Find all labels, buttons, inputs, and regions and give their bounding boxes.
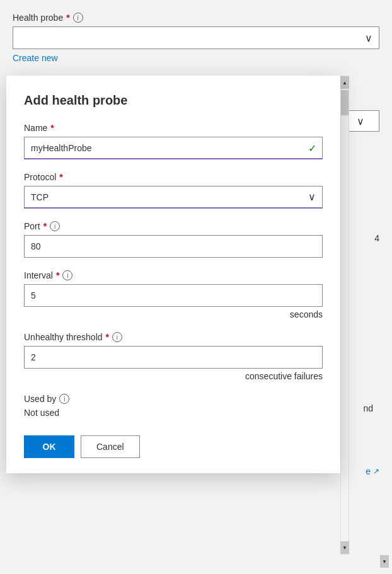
external-link-icon: ↗: [373, 467, 379, 476]
name-input-wrapper: ✓: [24, 137, 323, 159]
interval-label: Interval * i: [24, 270, 323, 280]
protocol-label-text: Protocol: [24, 172, 56, 182]
port-label-text: Port: [24, 221, 40, 231]
modal-dialog: Add health probe Name * ✓ Protocol * TCP…: [6, 76, 340, 473]
protocol-label: Protocol *: [24, 172, 323, 182]
name-label-text: Name: [24, 123, 47, 133]
scrollbar-up-button[interactable]: ▲: [340, 76, 349, 89]
background-panel: Health probe * i ∨ Create new ∨ 4 nd e ↗…: [0, 0, 392, 574]
create-new-link[interactable]: Create new: [13, 53, 58, 63]
unhealthy-threshold-field: Unhealthy threshold * i consecutive fail…: [24, 332, 323, 381]
modal-buttons: OK Cancel: [24, 435, 323, 458]
modal-scrollbar[interactable]: ▲ ▼: [340, 76, 349, 554]
port-required-star: *: [43, 221, 47, 231]
bg-link[interactable]: e ↗: [366, 466, 379, 476]
unhealthy-required-star: *: [106, 332, 109, 342]
bg-dropdown-arrow: ∨: [357, 115, 364, 127]
name-field: Name * ✓: [24, 123, 323, 159]
protocol-field: Protocol * TCP ∨: [24, 172, 323, 209]
interval-required-star: *: [56, 270, 59, 280]
scrollbar-thumb[interactable]: [341, 90, 349, 115]
protocol-value: TCP: [31, 192, 49, 202]
bg-scrollbar-down-icon: ▼: [382, 559, 387, 565]
interval-input[interactable]: [24, 284, 323, 307]
name-check-icon: ✓: [308, 142, 316, 154]
unhealthy-threshold-label-text: Unhealthy threshold: [24, 332, 103, 342]
health-probe-dropdown[interactable]: ∨: [13, 26, 379, 49]
port-info-icon[interactable]: i: [50, 221, 60, 231]
protocol-dropdown-arrow: ∨: [308, 191, 316, 203]
bg-link-text: e: [366, 466, 371, 476]
interval-suffix: seconds: [24, 309, 323, 319]
used-by-label: Used by i: [24, 394, 323, 404]
port-field: Port * i: [24, 221, 323, 258]
interval-label-text: Interval: [24, 270, 53, 280]
unhealthy-info-icon[interactable]: i: [112, 332, 122, 342]
protocol-required-star: *: [59, 172, 62, 182]
modal-title: Add health probe: [24, 93, 323, 108]
health-probe-section: Health probe * i ∨ Create new: [13, 13, 379, 63]
interval-info-icon[interactable]: i: [62, 270, 72, 280]
port-label: Port * i: [24, 221, 323, 231]
scrollbar-down-button[interactable]: ▼: [340, 541, 349, 554]
bg-text-nd: nd: [363, 403, 373, 413]
used-by-value: Not used: [24, 408, 323, 418]
health-probe-label-text: Health probe: [13, 13, 63, 23]
cancel-button[interactable]: Cancel: [81, 435, 140, 458]
health-probe-info-icon[interactable]: i: [73, 13, 83, 23]
protocol-dropdown[interactable]: TCP ∨: [24, 186, 323, 209]
health-probe-label: Health probe * i: [13, 13, 379, 23]
ok-button[interactable]: OK: [24, 435, 74, 458]
interval-field: Interval * i seconds: [24, 270, 323, 319]
port-input[interactable]: [24, 235, 323, 258]
bg-number: 4: [374, 233, 379, 243]
name-input[interactable]: [24, 137, 323, 159]
used-by-field: Used by i Not used: [24, 394, 323, 418]
bg-scrollbar-bottom[interactable]: ▼: [380, 555, 389, 568]
used-by-info-icon[interactable]: i: [59, 394, 69, 404]
unhealthy-threshold-label: Unhealthy threshold * i: [24, 332, 323, 342]
health-probe-required: *: [66, 13, 69, 23]
name-label: Name *: [24, 123, 323, 133]
unhealthy-suffix: consecutive failures: [24, 371, 323, 381]
used-by-label-text: Used by: [24, 394, 56, 404]
name-required-star: *: [50, 123, 54, 133]
unhealthy-threshold-input[interactable]: [24, 346, 323, 369]
health-probe-dropdown-arrow: ∨: [365, 32, 372, 44]
